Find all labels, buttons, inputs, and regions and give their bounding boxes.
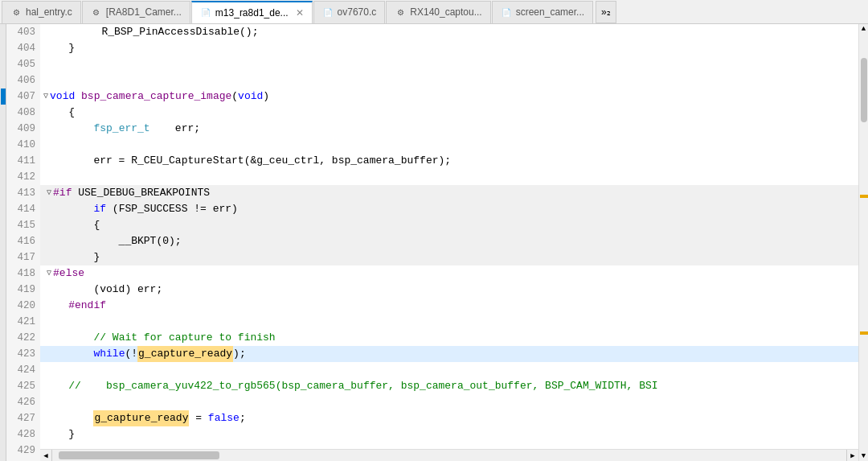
line-num-405: 405 [6, 56, 40, 72]
line-num-421: 421 [6, 314, 40, 330]
line-num-422: 422 [6, 330, 40, 346]
line-num-423: 423 [6, 346, 40, 362]
code-line-407: ▽ void bsp_camera_capture_image ( void ) [40, 88, 858, 105]
tab-bar: ⚙ hal_entry.c ⚙ [RA8D1_Camer... 📄 m13_ra… [0, 0, 868, 24]
fold-icon-418[interactable]: ▽ [47, 265, 51, 282]
tab-ra8d1[interactable]: ⚙ [RA8D1_Camer... [82, 1, 190, 23]
horizontal-scrollbar[interactable]: ◀ ▶ [40, 449, 858, 461]
code-line-420: #endif [40, 298, 858, 314]
code-line-404: } [40, 40, 858, 56]
line-num-420: 420 [6, 298, 40, 314]
line-numbers: 403 404 405 406 407 408 409 410 411 412 … [6, 24, 40, 461]
scroll-annotation-1 [860, 195, 868, 198]
vscroll-thumb[interactable] [861, 58, 867, 122]
doc-icon: 📄 [200, 7, 211, 19]
code-line-406 [40, 72, 858, 88]
code-line-411: err = R_CEU_CaptureStart(&g_ceu_ctrl, bs… [40, 153, 858, 169]
line-num-404: 404 [6, 40, 40, 56]
line-num-414: 414 [6, 201, 40, 217]
fold-icon-407[interactable]: ▽ [43, 88, 48, 105]
scroll-annotation-2 [860, 331, 868, 335]
scroll-left-button[interactable]: ◀ [40, 450, 52, 462]
line-num-417: 417 [6, 249, 40, 265]
tab-label: m13_ra8d1_de... [215, 7, 289, 19]
doc-icon: 📄 [501, 6, 512, 18]
code-line-423: while (! g_capture_ready ); [40, 346, 858, 362]
gear-icon: ⚙ [10, 6, 22, 18]
scroll-down-button[interactable]: ▼ [860, 451, 868, 461]
code-line-408: { [40, 105, 858, 121]
doc-icon: 📄 [322, 6, 334, 18]
editor-container: 403 404 405 406 407 408 409 410 411 412 … [0, 24, 868, 461]
tab-close-button[interactable]: ✕ [296, 7, 304, 19]
code-line-421 [40, 314, 858, 330]
tab-hal-entry[interactable]: ⚙ hal_entry.c [2, 1, 81, 23]
line-num-427: 427 [6, 410, 40, 426]
code-line-403: R_BSP_PinAccessDisable(); [40, 24, 858, 40]
tab-label: [RA8D1_Camer... [106, 6, 182, 18]
tab-label: RX140_captou... [410, 6, 481, 18]
line-num-425: 425 [6, 378, 40, 394]
scroll-right-button[interactable]: ▶ [846, 450, 858, 462]
fold-icon-413[interactable]: ▽ [47, 185, 51, 201]
tab-label: ov7670.c [338, 6, 377, 18]
line-num-407: 407 [6, 88, 40, 105]
hscroll-track[interactable] [52, 450, 846, 461]
vscroll-track[interactable] [859, 34, 868, 451]
code-line-418: ▽ #else [40, 265, 858, 282]
code-line-426 [40, 394, 858, 410]
line-num-413: 413 [6, 185, 40, 201]
tab-overflow-button[interactable]: »₂ [596, 1, 616, 23]
tab-rx140[interactable]: ⚙ RX140_captou... [386, 1, 490, 23]
code-line-416: __BKPT(0); [40, 233, 858, 249]
gear-icon: ⚙ [395, 6, 406, 18]
line-num-424: 424 [6, 362, 40, 378]
code-line-417: } [40, 249, 858, 265]
code-line-414: if (FSP_SUCCESS != err) [40, 201, 858, 217]
code-line-405 [40, 56, 858, 72]
code-line-419: (void) err; [40, 282, 858, 298]
tab-m13-ra8d1[interactable]: 📄 m13_ra8d1_de... ✕ [191, 1, 313, 23]
code-line-427: g_capture_ready = false ; [40, 410, 858, 426]
line-num-408: 408 [6, 105, 40, 121]
code-line-422: // Wait for capture to finish [40, 330, 858, 346]
hscroll-thumb[interactable] [59, 451, 219, 459]
code-line-424 [40, 362, 858, 378]
line-num-419: 419 [6, 282, 40, 298]
line-num-412: 412 [6, 169, 40, 185]
gutter [0, 24, 6, 461]
vertical-scrollbar[interactable]: ▲ ▼ [858, 24, 868, 461]
overflow-label: »₂ [601, 6, 611, 18]
code-line-413: ▽ #if USE_DEBUG_BREAKPOINTS [40, 185, 858, 201]
code-line-410 [40, 137, 858, 153]
code-line-409: fsp_err_t err; [40, 121, 858, 137]
code-line-415: { [40, 217, 858, 233]
line-num-411: 411 [6, 153, 40, 169]
scroll-up-button[interactable]: ▲ [860, 24, 868, 34]
line-num-409: 409 [6, 121, 40, 137]
line-num-426: 426 [6, 394, 40, 410]
line-num-416: 416 [6, 233, 40, 249]
line-num-429: 429 [6, 442, 40, 459]
code-line-425: // bsp_camera_yuv422_to_rgb565(bsp_camer… [40, 378, 858, 394]
code-lines: R_BSP_PinAccessDisable(); } ▽ void bsp_c… [40, 24, 858, 461]
tab-label: screen_camer... [516, 6, 584, 18]
line-num-415: 415 [6, 217, 40, 233]
line-num-403: 403 [6, 24, 40, 40]
code-area[interactable]: R_BSP_PinAccessDisable(); } ▽ void bsp_c… [40, 24, 858, 461]
line-num-428: 428 [6, 426, 40, 442]
line-num-410: 410 [6, 137, 40, 153]
tab-screen-camer[interactable]: 📄 screen_camer... [492, 1, 593, 23]
line-num-418: 418 [6, 265, 40, 282]
tab-label: hal_entry.c [26, 6, 72, 18]
line-num-406: 406 [6, 72, 40, 88]
code-line-412 [40, 169, 858, 185]
gear-icon: ⚙ [91, 6, 102, 18]
code-line-428: } [40, 426, 858, 442]
tab-ov7670[interactable]: 📄 ov7670.c [313, 1, 386, 23]
